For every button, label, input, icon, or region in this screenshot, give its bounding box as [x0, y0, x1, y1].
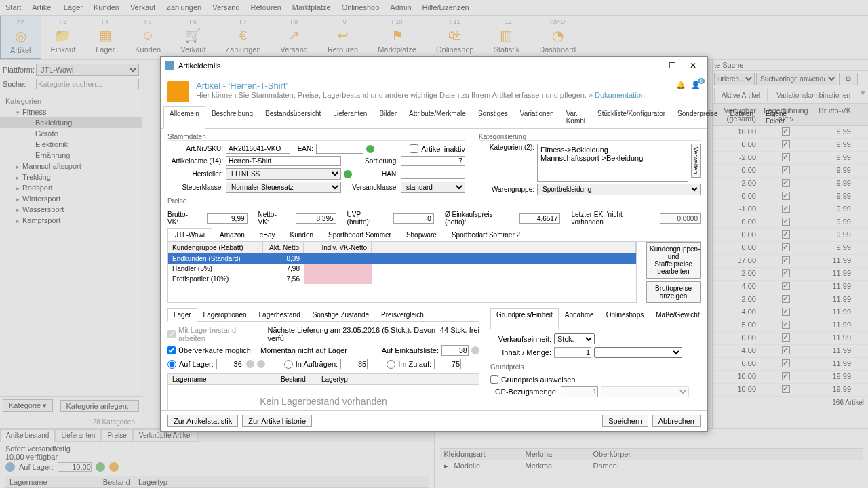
sku-input[interactable]	[226, 144, 290, 154]
modal-tab[interactable]: Var. Kombi	[560, 106, 591, 128]
brutto-input[interactable]	[207, 214, 248, 224]
uvp-input[interactable]	[393, 214, 434, 224]
app-icon	[165, 61, 174, 70]
categories-list[interactable]: Fitness->Bekleidung Mannschaftssport->Be…	[537, 144, 688, 182]
modal-tab[interactable]: Bilder	[373, 106, 403, 128]
stock-radio[interactable]	[167, 360, 176, 369]
bell-icon[interactable]: 🔔	[676, 81, 686, 89]
article-details-dialog: Artikeldetails ─ ☐ ✕ Artikel - 'Herren-T…	[160, 56, 708, 432]
save-button[interactable]: Speichern	[602, 415, 648, 427]
modal-tab[interactable]: Stückliste/Konfigurator	[591, 106, 671, 128]
sort-input[interactable]	[401, 156, 465, 166]
minimize-button[interactable]: ─	[642, 60, 662, 72]
price-tab[interactable]: Sportbedarf Sommer 2	[444, 228, 528, 241]
stock-tab[interactable]: Lageroptionen	[197, 308, 253, 321]
detail-tab[interactable]: Abnahme	[559, 308, 600, 329]
baseprice-checkbox[interactable]	[490, 375, 498, 384]
add-icon[interactable]	[344, 170, 352, 178]
modal-tab[interactable]: Sonderpreise	[671, 106, 724, 128]
oversell-checkbox[interactable]	[167, 346, 176, 354]
cancel-button[interactable]: Abbrechen	[652, 415, 701, 427]
modal-tab[interactable]: Variationen	[514, 106, 560, 128]
han-input[interactable]	[401, 169, 465, 179]
show-gross-button[interactable]: Bruttopreise anzeigen	[646, 281, 701, 303]
unit-select[interactable]: Stck.	[554, 333, 595, 344]
modal-tab[interactable]: Sonstiges	[472, 106, 514, 128]
tax-select[interactable]: Normaler Steuersatz	[226, 182, 341, 193]
netto-input[interactable]	[296, 214, 336, 224]
detail-tab[interactable]: Grundpreis/Einheit	[490, 308, 559, 329]
shipping-select[interactable]: standard	[401, 182, 465, 193]
stock-tab[interactable]: Preisvergleich	[375, 308, 430, 321]
stats-button[interactable]: Zur Artikelstatistik	[167, 415, 238, 427]
price-tab[interactable]: JTL-Wawi	[167, 228, 212, 242]
detail-tab[interactable]: Onlineshops	[600, 308, 650, 329]
detail-tab[interactable]: Maße/Gewicht	[650, 308, 705, 329]
price-tab[interactable]: eBay	[252, 228, 283, 241]
manage-button[interactable]: Verwalten	[691, 144, 701, 178]
inactive-checkbox[interactable]	[410, 144, 418, 153]
edit-prices-button[interactable]: Kundengruppen- und Staffelpreise bearbei…	[646, 242, 701, 279]
ek-input[interactable]	[519, 214, 560, 224]
doc-link[interactable]: Dokumentation	[595, 91, 645, 99]
price-tab[interactable]: Kunden	[283, 228, 321, 241]
history-button[interactable]: Zur Artikelhistorie	[242, 415, 312, 427]
modal-tab[interactable]: Eigene Felder	[760, 106, 793, 128]
price-row[interactable]: Endkunden (Standard)8,39	[168, 253, 636, 264]
price-tab[interactable]: Sportbedarf Sommer	[321, 228, 399, 241]
user-icon[interactable]: 👤0	[691, 81, 701, 89]
modal-tab[interactable]: Lieferanten	[327, 106, 373, 128]
maximize-button[interactable]: ☐	[662, 60, 683, 72]
modal-tab[interactable]: Dateien	[724, 106, 760, 128]
stock-tab[interactable]: Lager	[167, 308, 197, 322]
modal-tab[interactable]: Beschreibung	[205, 106, 259, 128]
close-button[interactable]: ✕	[683, 60, 703, 72]
modal-tab[interactable]: Bestandsübersicht	[259, 106, 327, 128]
name-input[interactable]	[226, 156, 341, 166]
stock-tab[interactable]: Sonstige Zustände	[307, 308, 375, 321]
price-tab[interactable]: Amazon	[212, 228, 252, 241]
ean-input[interactable]	[316, 144, 363, 154]
manufacturer-select[interactable]: FITNESS	[226, 168, 341, 180]
modal-tab[interactable]: Attribute/Merkmale	[403, 106, 472, 128]
group-select[interactable]: Sportbekleidung	[537, 184, 701, 195]
add-icon[interactable]	[366, 145, 374, 153]
tshirt-icon	[167, 81, 189, 102]
detail-tab[interactable]: Eigene Felder	[706, 308, 707, 329]
stock-tab[interactable]: Lagerbestand	[253, 308, 307, 321]
modal-tab[interactable]: Allgemein	[163, 106, 205, 129]
price-tab[interactable]: Shopware	[399, 228, 444, 241]
price-row[interactable]: Profisportler (10%)7,56	[168, 274, 636, 284]
price-row[interactable]: Händler (5%)7,98	[168, 264, 636, 274]
